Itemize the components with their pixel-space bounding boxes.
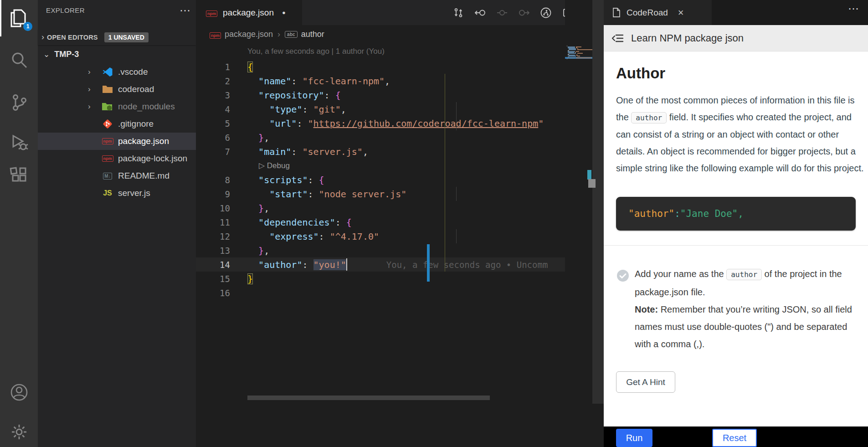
coderoad-run-icon[interactable] — [540, 7, 552, 19]
tab-label: package.json — [223, 8, 274, 18]
code-line-10[interactable]: 10 }, — [196, 201, 565, 215]
file-tree-item-server-js[interactable]: JSserver.js — [38, 185, 196, 202]
line-number: 4 — [196, 104, 247, 114]
coderoad-more-actions-icon[interactable]: ⋯ — [848, 6, 859, 11]
line-number: 3 — [196, 90, 247, 100]
explorer-more-actions-icon[interactable]: ⋯ — [180, 8, 190, 13]
vscode-folder-icon — [101, 66, 114, 78]
string-symbol-icon: abc — [285, 31, 298, 38]
run-debug-icon — [9, 133, 29, 153]
close-icon[interactable]: × — [678, 7, 684, 19]
code-line-1[interactable]: 1{ — [196, 60, 565, 74]
code-line-7[interactable]: 7 "main": "server.js", — [196, 144, 565, 159]
chevron-right-icon: › — [88, 85, 96, 94]
run-button[interactable]: Run — [616, 429, 652, 447]
code-line-12[interactable]: 12 "express": "^4.17.0" — [196, 229, 565, 243]
location-current-icon[interactable] — [496, 7, 508, 19]
run-debug-activity-button[interactable] — [0, 124, 38, 161]
explorer-sidebar: EXPLORER ⋯ › OPEN EDITORS 1 UNSAVED ⌄ TM… — [38, 0, 196, 447]
source-control-activity-button[interactable] — [0, 84, 38, 121]
file-label: coderoad — [118, 84, 154, 94]
file-tree-item--gitignore[interactable]: .gitignore — [38, 115, 196, 133]
file-tree-item-readme-md[interactable]: M↓README.md — [38, 167, 196, 185]
code-line-14[interactable]: 14 "author": "you!"You, a few seconds ag… — [196, 257, 565, 272]
coderoad-bottom-bar: Run Reset — [604, 426, 868, 447]
tab-package-json[interactable]: npm package.json ● — [196, 0, 302, 25]
line-number: 13 — [196, 246, 247, 256]
gear-icon — [9, 422, 29, 442]
indent-guide — [456, 187, 457, 201]
line-number: 1 — [196, 62, 247, 72]
code-line-11[interactable]: 11 "dependencies": { — [196, 215, 565, 229]
js-icon: JS — [101, 187, 114, 199]
file-tree: ›.vscode›coderoad›node_modules.gitignore… — [38, 63, 196, 202]
chevron-right-icon: › — [88, 67, 96, 77]
back-to-lessons-icon[interactable] — [611, 31, 625, 45]
settings-button[interactable] — [0, 414, 38, 447]
go-forward-icon[interactable] — [518, 7, 530, 19]
code-line-8[interactable]: 8 "scripts": { — [196, 173, 565, 187]
code-line-6[interactable]: 6 }, — [196, 130, 565, 144]
code-editor[interactable]: You, a few seconds ago | 1 author (You) … — [196, 43, 565, 435]
indent-guide — [456, 229, 457, 243]
file-tree-item-package-json[interactable]: npmpackage.json — [38, 133, 196, 150]
text-cursor — [346, 258, 347, 271]
file-icon — [612, 7, 621, 18]
go-back-icon[interactable] — [474, 7, 486, 19]
minimap[interactable] — [565, 0, 592, 404]
reset-button[interactable]: Reset — [712, 429, 757, 447]
code-line-4[interactable]: 4 "type": "git", — [196, 102, 565, 116]
inline-code-chip: author — [726, 269, 762, 280]
folder-icon — [101, 83, 114, 95]
file-tree-item-node-modules[interactable]: ›node_modules — [38, 98, 196, 115]
npm-file-icon: npm — [210, 30, 221, 39]
line-number: 10 — [196, 203, 247, 213]
code-line-16[interactable]: 16 — [196, 286, 565, 300]
horizontal-scrollbar[interactable] — [247, 396, 490, 400]
line-number: 7 — [196, 147, 247, 157]
file-label: package.json — [118, 136, 169, 146]
line-number: 8 — [196, 175, 247, 185]
code-line-5[interactable]: 5 "url": "https://github.com/coderoad/fc… — [196, 116, 565, 130]
file-tree-item-package-lock-json[interactable]: npmpackage-lock.json — [38, 150, 196, 167]
open-editors-label: OPEN EDITORS — [47, 34, 98, 41]
code-line-13[interactable]: 13 }, — [196, 243, 565, 257]
open-editors-section[interactable]: › OPEN EDITORS 1 UNSAVED — [38, 29, 196, 45]
coderoad-tab-bar: CodeRoad × ⋯ — [604, 0, 868, 25]
vertical-scrollbar[interactable] — [592, 0, 604, 404]
lesson-heading: Author — [616, 65, 665, 82]
file-label: server.js — [118, 188, 150, 198]
workspace-root-label: TMP-3 — [54, 50, 79, 59]
workspace-root-folder[interactable]: ⌄ TMP-3 — [38, 46, 196, 62]
code-line-2[interactable]: 2 "name": "fcc-learn-npm", — [196, 74, 565, 88]
vscode-window: 1 — [0, 0, 868, 447]
indent-guide — [456, 102, 457, 130]
search-activity-button[interactable] — [0, 41, 38, 78]
tab-coderoad[interactable]: CodeRoad × — [604, 0, 712, 25]
account-button[interactable] — [0, 374, 38, 411]
editor-tab-bar: npm package.json ● — [196, 0, 604, 25]
code-line-9[interactable]: 9 "start": "node server.js" — [196, 187, 565, 201]
extensions-icon — [10, 166, 29, 185]
overview-ruler-mark — [588, 179, 596, 188]
code-lines: 1{2 "name": "fcc-learn-npm",3 "repositor… — [196, 60, 565, 300]
open-changes-icon[interactable] — [452, 7, 464, 19]
breadcrumb-symbol[interactable]: author — [301, 30, 324, 39]
extensions-activity-button[interactable] — [0, 158, 38, 194]
file-tree-item--vscode[interactable]: ›.vscode — [38, 63, 196, 81]
breadcrumb-file[interactable]: package.json — [225, 30, 273, 39]
account-icon — [10, 383, 29, 402]
codelens-debug[interactable]: ▷ Debug — [196, 159, 565, 173]
get-hint-button[interactable]: Get A Hint — [616, 371, 675, 393]
search-icon — [10, 50, 29, 69]
explorer-activity-button[interactable]: 1 — [0, 0, 38, 36]
git-icon — [101, 118, 114, 130]
coderoad-tab-label: CodeRoad — [627, 8, 668, 18]
line-number: 6 — [196, 133, 247, 143]
source-control-icon — [10, 93, 29, 112]
modified-dot-icon: ● — [282, 9, 286, 16]
code-line-3[interactable]: 3 "repository": { — [196, 88, 565, 102]
code-line-15[interactable]: 15} — [196, 272, 565, 286]
file-tree-item-coderoad[interactable]: ›coderoad — [38, 81, 196, 98]
gitlens-authors-codelens[interactable]: You, a few seconds ago | 1 author (You) — [247, 47, 385, 56]
